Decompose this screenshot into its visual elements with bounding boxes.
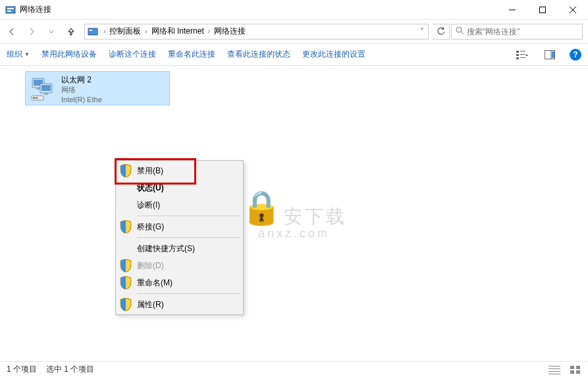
minimize-button[interactable]: [497, 0, 527, 19]
svg-rect-14: [520, 54, 525, 55]
svg-rect-30: [548, 368, 560, 369]
disable-device-button[interactable]: 禁用此网络设备: [41, 49, 97, 60]
svg-point-9: [456, 27, 462, 32]
item-count: 1 个项目: [7, 364, 37, 375]
menu-delete: 删除(D): [117, 257, 242, 274]
back-button[interactable]: [3, 22, 21, 41]
network-adapter-icon: [30, 74, 57, 102]
rename-button[interactable]: 重命名此连接: [168, 49, 215, 60]
app-icon: [5, 5, 16, 15]
chevron-right-icon: ›: [205, 28, 213, 35]
breadcrumb-item[interactable]: 网络和 Internet: [150, 26, 205, 37]
maximize-button[interactable]: [527, 0, 558, 19]
search-box[interactable]: [451, 24, 583, 40]
adapter-device: Intel(R) Ethe: [61, 95, 102, 105]
content-area[interactable]: 🔒 安下载 anxz.com 以太网 2 网络 Intel(R) Ethe: [0, 66, 588, 362]
up-button[interactable]: [62, 22, 80, 41]
details-view-icon[interactable]: [548, 365, 560, 374]
svg-rect-11: [516, 51, 519, 53]
menu-separator: [137, 293, 240, 294]
menu-properties[interactable]: 属性(R): [117, 296, 242, 313]
address-bar: › 控制面板 › 网络和 Internet › 网络连接 ˅: [0, 20, 588, 44]
large-icons-view-icon[interactable]: [570, 365, 581, 374]
adapter-status: 网络: [61, 85, 102, 95]
svg-rect-1: [7, 8, 14, 9]
location-icon: [88, 26, 98, 37]
help-button[interactable]: ?: [570, 49, 581, 61]
toolbar: 组织▼ 禁用此网络设备 诊断这个连接 重命名此连接 查看此连接的状态 更改此连接…: [0, 44, 588, 66]
menu-separator: [137, 237, 240, 238]
preview-pane-button[interactable]: [542, 47, 558, 63]
adapter-name: 以太网 2: [61, 74, 102, 85]
svg-rect-24: [41, 85, 51, 91]
search-icon: [456, 26, 464, 37]
svg-rect-22: [36, 88, 40, 90]
window-titlebar: 网络连接: [0, 0, 588, 20]
chevron-right-icon: ›: [142, 28, 149, 35]
shield-icon: [120, 221, 132, 233]
svg-rect-2: [7, 11, 11, 12]
lock-icon: 🔒: [241, 189, 282, 226]
breadcrumb-item[interactable]: 网络连接: [213, 26, 247, 37]
svg-line-10: [461, 32, 464, 34]
svg-rect-31: [548, 371, 560, 372]
svg-rect-34: [576, 366, 580, 369]
view-status-button[interactable]: 查看此连接的状态: [227, 49, 290, 60]
svg-rect-25: [44, 93, 48, 95]
svg-rect-7: [88, 28, 97, 35]
svg-rect-35: [570, 370, 574, 374]
shield-icon: [120, 260, 132, 272]
svg-rect-12: [520, 51, 525, 51]
shield-icon: [120, 277, 132, 289]
context-menu: 禁用(B) 状态(U) 诊断(I) 桥接(G) 创建快捷方式(S) 删除(D) …: [115, 160, 244, 315]
svg-rect-19: [552, 51, 554, 58]
menu-bridge[interactable]: 桥接(G): [117, 218, 242, 235]
svg-rect-13: [516, 54, 519, 56]
organize-menu[interactable]: 组织▼: [7, 49, 30, 60]
breadcrumb-item[interactable]: 控制面板: [108, 26, 142, 37]
network-adapter-item[interactable]: 以太网 2 网络 Intel(R) Ethe: [25, 71, 170, 105]
breadcrumb[interactable]: › 控制面板 › 网络和 Internet › 网络连接 ˅: [84, 24, 429, 40]
view-options-button[interactable]: [514, 47, 530, 63]
window-title: 网络连接: [20, 4, 497, 15]
refresh-button[interactable]: [433, 24, 450, 40]
svg-rect-8: [90, 30, 92, 31]
selected-count: 选中 1 个项目: [46, 364, 94, 375]
svg-rect-28: [36, 97, 38, 99]
svg-rect-0: [6, 7, 15, 13]
close-button[interactable]: [558, 0, 588, 19]
svg-rect-29: [548, 366, 560, 366]
chevron-right-icon: ›: [101, 28, 108, 35]
menu-rename[interactable]: 重命名(M): [117, 274, 242, 291]
search-input[interactable]: [467, 27, 578, 36]
menu-disable[interactable]: 禁用(B): [117, 162, 242, 179]
svg-rect-33: [570, 366, 574, 369]
svg-rect-36: [576, 370, 580, 374]
menu-shortcut[interactable]: 创建快捷方式(S): [117, 240, 242, 257]
svg-rect-32: [548, 374, 560, 374]
menu-status[interactable]: 状态(U): [117, 179, 242, 196]
svg-rect-15: [516, 57, 519, 59]
recent-dropdown[interactable]: [42, 22, 61, 41]
address-dropdown[interactable]: ˅: [416, 27, 428, 36]
svg-rect-27: [33, 97, 35, 99]
watermark: 🔒 安下载 anxz.com: [241, 188, 347, 241]
change-settings-button[interactable]: 更改此连接的设置: [302, 49, 365, 60]
shield-icon: [120, 165, 132, 177]
svg-rect-4: [540, 7, 546, 13]
menu-diagnose[interactable]: 诊断(I): [117, 196, 242, 214]
shield-icon: [120, 299, 132, 310]
svg-rect-16: [520, 57, 525, 58]
status-bar: 1 个项目 选中 1 个项目: [0, 361, 588, 377]
menu-separator: [137, 216, 240, 216]
forward-button[interactable]: [22, 22, 41, 41]
diagnose-button[interactable]: 诊断这个连接: [109, 49, 156, 60]
